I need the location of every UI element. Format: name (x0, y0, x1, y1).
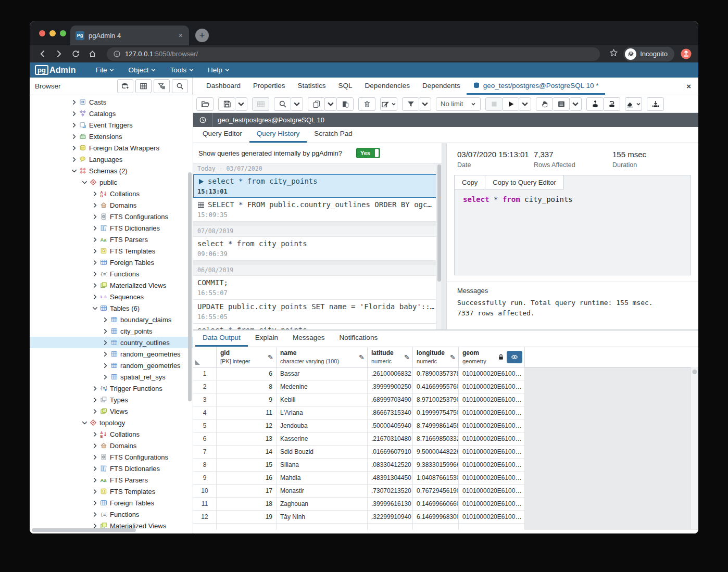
table-row[interactable]: 1118Zaghouan.399996161300.14699660660010… (193, 498, 525, 511)
column-header-latitude[interactable]: latitudenumeric✎ (368, 347, 413, 367)
tab-query-history[interactable]: Query History (249, 126, 307, 143)
table-row[interactable] (193, 524, 525, 530)
sidebar-horizontal-scrollbar[interactable] (32, 528, 136, 532)
sidebar-vertical-scrollbar[interactable] (188, 172, 192, 401)
tree-item-materialized-views[interactable]: Materialized Views (30, 279, 193, 291)
tree-item-random-geometries[interactable]: random_geometries (30, 348, 193, 360)
history-scrollbar-thumb[interactable] (437, 164, 441, 282)
tab-statistics[interactable]: Statistics (292, 78, 332, 95)
tree-item-fts-templates[interactable]: FTS Templates (30, 486, 193, 497)
save-dropdown-button[interactable] (235, 97, 247, 111)
copy-to-query-editor-button[interactable]: Copy to Query Editor (485, 175, 563, 189)
close-panel-icon[interactable]: × (679, 78, 698, 95)
search-objects-button[interactable] (172, 79, 188, 93)
table-row[interactable]: 16Bassar.261000068320.789003573780101000… (193, 367, 525, 380)
funnel-button[interactable] (402, 97, 419, 111)
listbox-dropdown-button[interactable] (569, 97, 582, 111)
trash-button[interactable] (358, 97, 375, 111)
tree-item-fts-dictionaries[interactable]: FTS Dictionaries (30, 222, 193, 234)
tree-item-fts-configurations[interactable]: FTS Configurations (30, 211, 193, 222)
menu-help[interactable]: Help (208, 66, 230, 74)
tree-item-extensions[interactable]: Extensions (30, 131, 193, 142)
view-data-button[interactable] (135, 79, 152, 93)
menu-file[interactable]: File (96, 66, 115, 74)
reload-button[interactable] (69, 48, 82, 60)
playbtn-dropdown-button[interactable] (519, 97, 531, 111)
menu-tools[interactable]: Tools (170, 66, 194, 74)
tree-item-boundary-claims[interactable]: boundary_claims (30, 314, 193, 325)
address-bar[interactable]: 127.0.0.1 :5050/browser/ (107, 47, 600, 61)
tree-item-spatial-ref-sys[interactable]: spatial_ref_sys (30, 371, 193, 383)
tab-sql[interactable]: SQL (332, 78, 359, 95)
select-all-header[interactable] (193, 347, 217, 367)
open-button[interactable] (196, 97, 214, 111)
tree-item-foreign-data-wrappers[interactable]: Foreign Data Wrappers (30, 142, 193, 154)
tree-item-types[interactable]: Types (30, 394, 193, 405)
tree-item-sequences[interactable]: 1..3Sequences (30, 291, 193, 302)
browser-tab[interactable]: Pg pgAdmin 4 × (70, 26, 189, 45)
copy-button[interactable]: Copy (454, 175, 485, 189)
add-server-button[interactable] (117, 79, 133, 93)
tree-item-fts-templates[interactable]: FTS Templates (30, 245, 193, 257)
column-header-geom[interactable]: geomgeometry (459, 347, 525, 367)
new-tab-button[interactable]: + (195, 29, 209, 42)
tree-item-trigger-functions[interactable]: {≡}Trigger Functions (30, 383, 193, 394)
tree-item-public[interactable]: public (30, 176, 193, 188)
table-row[interactable]: 1219Tây Ninh.322999109406.14699968300010… (193, 511, 525, 524)
tab-close-icon[interactable]: × (178, 31, 184, 40)
history-clock-button[interactable] (193, 116, 212, 124)
tree-item-fts-dictionaries[interactable]: FTS Dictionaries (30, 463, 193, 474)
tab-dependents[interactable]: Dependents (416, 78, 467, 95)
tree-item-foreign-tables[interactable]: Foreign Tables (30, 497, 193, 509)
tree-item-languages[interactable]: Languages (30, 154, 193, 165)
history-entry[interactable]: SELECT * FROM public.country_outlines OR… (193, 198, 442, 222)
extension-button[interactable] (680, 48, 692, 60)
hand-button[interactable] (536, 97, 553, 111)
tree-item-fts-configurations[interactable]: FTS Configurations (30, 451, 193, 463)
panel-divider[interactable] (442, 143, 447, 329)
tab-data-output[interactable]: Data Output (195, 330, 248, 347)
history-entry[interactable]: UPDATE public.city_points SET name = 'Fl… (193, 300, 442, 324)
home-button[interactable] (86, 48, 98, 60)
copy-button[interactable] (308, 97, 325, 111)
tab-messages[interactable]: Messages (285, 330, 332, 347)
gridbtn-button[interactable] (252, 97, 269, 111)
table-row[interactable]: 916Mahdia.483913044501.04087661530010100… (193, 472, 525, 485)
search-dropdown-button[interactable] (291, 97, 303, 111)
zoom-window-button[interactable] (60, 30, 66, 36)
tree-item-functions[interactable]: {≡}Functions (30, 509, 193, 520)
stop-button[interactable] (485, 97, 503, 111)
edit-column-icon[interactable]: ✎ (450, 353, 456, 361)
minimize-window-button[interactable] (49, 30, 56, 36)
funnel-dropdown-button[interactable] (419, 97, 431, 111)
commit-button[interactable] (586, 97, 604, 111)
table-row[interactable]: 512Jendouba.500004059408.749998614580101… (193, 420, 525, 433)
table-row[interactable]: 411L'Ariana.866673153400.199997547500101… (193, 406, 525, 420)
rollback-button[interactable] (603, 97, 620, 111)
edit-column-icon[interactable]: ✎ (404, 353, 410, 361)
tree-item-domains[interactable]: Domains (30, 199, 193, 211)
tree-item-functions[interactable]: {≡}Functions (30, 268, 193, 279)
history-entry[interactable]: select * from city_points15:13:01 (193, 174, 442, 198)
tab-query-editor[interactable]: Query Editor (195, 126, 249, 143)
history-entry[interactable]: select * from city_points09:06:39 (193, 237, 442, 261)
filtered-rows-button[interactable] (154, 79, 170, 93)
site-info-icon[interactable] (113, 50, 121, 58)
column-header-name[interactable]: namecharacter varying (100)✎ (277, 347, 368, 367)
table-row[interactable]: 28Medenine.399999002500.4166995576001010… (193, 380, 525, 393)
copy-dropdown-button[interactable] (324, 97, 337, 111)
tree-item-random-geometries[interactable]: random_geometries (30, 360, 193, 371)
column-header-longitude[interactable]: longitudenumeric✎ (413, 347, 459, 367)
tab-notifications[interactable]: Notifications (332, 330, 385, 347)
listbox-button[interactable] (553, 97, 570, 111)
table-row[interactable]: 613Kasserine.216703104808.71669850332010… (193, 433, 525, 446)
table-row[interactable]: 1017Monastir.730702135200.76729456190010… (193, 485, 525, 498)
internal-queries-toggle[interactable]: Yes (356, 148, 380, 158)
back-button[interactable] (36, 48, 48, 60)
tree-item-collations[interactable]: ABCollations (30, 428, 193, 440)
tab-dependencies[interactable]: Dependencies (359, 78, 416, 95)
tab-scratch-pad[interactable]: Scratch Pad (307, 126, 360, 143)
row-limit-select[interactable]: No limit (436, 97, 481, 111)
tab-properties[interactable]: Properties (247, 78, 292, 95)
history-entry[interactable]: COMMIT;16:55:07 (193, 276, 442, 300)
